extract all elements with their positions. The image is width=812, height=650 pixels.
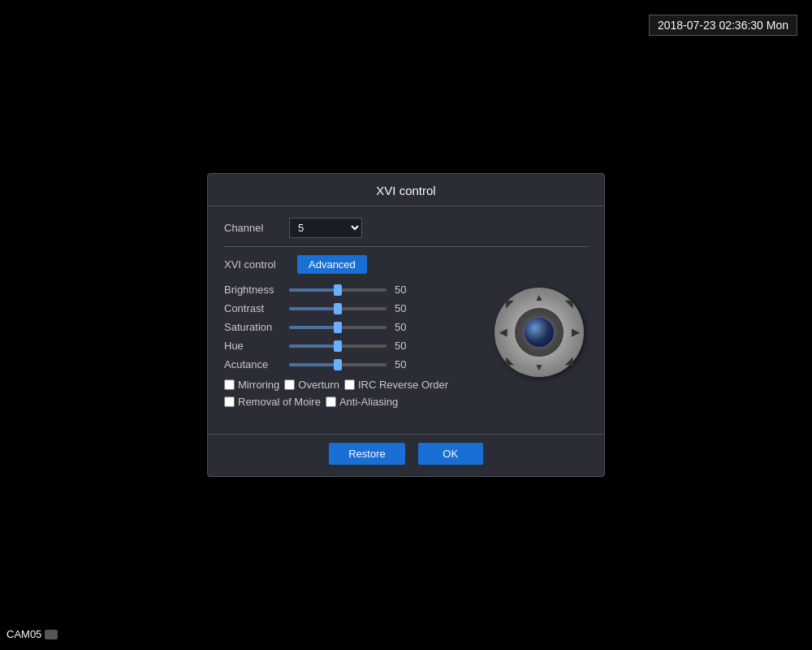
slider-thumb-hue[interactable] — [334, 340, 342, 352]
antialiasing-label: Anti-Aliasing — [339, 396, 398, 408]
checkbox-row-2: Removal of Moire Anti-Aliasing — [224, 396, 482, 408]
camera-lens — [523, 316, 555, 349]
mirroring-label: Mirroring — [238, 379, 279, 391]
dialog-title: XVI control — [208, 174, 604, 206]
slider-row-saturation: Saturation50 — [224, 321, 482, 333]
slider-row-acutance: Acutance50 — [224, 358, 482, 370]
dpad-inner-ring — [515, 308, 564, 357]
advanced-button[interactable]: Advanced — [297, 255, 367, 274]
channel-row: Channel 5 1 2 3 4 — [224, 218, 588, 238]
slider-thumb-saturation[interactable] — [334, 322, 342, 333]
moire-label: Removal of Moire — [238, 396, 321, 408]
slider-thumb-brightness[interactable] — [334, 284, 342, 296]
slider-label-contrast: Contrast — [224, 302, 289, 314]
dialog-overlay: XVI control Channel 5 1 2 3 4 XVI contro… — [0, 0, 812, 650]
dpad-up-arrow[interactable]: ▲ — [534, 292, 544, 302]
xvi-control-row: XVI control Advanced — [224, 255, 588, 274]
slider-row-brightness: Brightness50 — [224, 284, 482, 296]
channel-label: Channel — [224, 222, 289, 234]
main-content: Brightness50Contrast50Saturation50Hue50A… — [224, 284, 588, 413]
moire-checkbox-item[interactable]: Removal of Moire — [224, 396, 321, 408]
overturn-label: Overturn — [298, 379, 339, 391]
checkbox-row-1: Mirroring Overturn IRC Reverse Order — [224, 379, 482, 391]
camera-widget: ▲ ▼ ◀ ▶ ◤ ◥ ◣ ◢ — [490, 284, 588, 381]
dpad-right-arrow[interactable]: ▶ — [572, 327, 579, 337]
restore-button[interactable]: Restore — [329, 443, 405, 465]
sliders-section: Brightness50Contrast50Saturation50Hue50A… — [224, 284, 482, 413]
slider-track-saturation[interactable] — [289, 326, 387, 329]
slider-value-saturation: 50 — [395, 321, 415, 333]
dpad-upright-arrow[interactable]: ◥ — [565, 299, 572, 309]
antialiasing-checkbox-item[interactable]: Anti-Aliasing — [326, 396, 398, 408]
slider-label-brightness: Brightness — [224, 284, 289, 296]
overturn-checkbox-item[interactable]: Overturn — [284, 379, 339, 391]
slider-value-acutance: 50 — [395, 358, 415, 370]
dpad-down-arrow[interactable]: ▼ — [534, 362, 544, 372]
antialiasing-checkbox[interactable] — [326, 396, 336, 407]
irc-reverse-checkbox-item[interactable]: IRC Reverse Order — [344, 379, 448, 391]
mirroring-checkbox[interactable] — [224, 379, 235, 390]
channel-select[interactable]: 5 1 2 3 4 — [289, 218, 362, 238]
dpad: ▲ ▼ ◀ ▶ ◤ ◥ ◣ ◢ — [495, 288, 584, 377]
xvi-control-dialog: XVI control Channel 5 1 2 3 4 XVI contro… — [207, 173, 605, 477]
checkboxes-section: Mirroring Overturn IRC Reverse Order — [224, 379, 482, 408]
slider-track-hue[interactable] — [289, 344, 387, 348]
xvi-control-label: XVI control — [224, 258, 297, 271]
irc-reverse-checkbox[interactable] — [344, 379, 355, 390]
dialog-footer: Restore OK — [208, 434, 604, 476]
dpad-downleft-arrow[interactable]: ◣ — [506, 356, 513, 366]
sliders-container: Brightness50Contrast50Saturation50Hue50A… — [224, 284, 482, 370]
slider-value-hue: 50 — [395, 340, 415, 352]
ok-button[interactable]: OK — [418, 443, 483, 465]
dpad-downright-arrow[interactable]: ◢ — [565, 356, 572, 366]
slider-label-acutance: Acutance — [224, 358, 289, 370]
slider-row-contrast: Contrast50 — [224, 302, 482, 314]
moire-checkbox[interactable] — [224, 396, 235, 407]
slider-value-brightness: 50 — [395, 284, 415, 296]
dpad-upleft-arrow[interactable]: ◤ — [506, 299, 513, 309]
divider — [224, 246, 588, 247]
dialog-body: Channel 5 1 2 3 4 XVI control Advanced — [208, 206, 604, 426]
irc-reverse-label: IRC Reverse Order — [358, 379, 448, 391]
slider-label-hue: Hue — [224, 340, 289, 352]
mirroring-checkbox-item[interactable]: Mirroring — [224, 379, 279, 391]
slider-track-acutance[interactable] — [289, 363, 387, 366]
slider-label-saturation: Saturation — [224, 321, 289, 333]
slider-row-hue: Hue50 — [224, 340, 482, 352]
slider-track-contrast[interactable] — [289, 307, 387, 310]
dpad-left-arrow[interactable]: ◀ — [499, 327, 507, 337]
slider-value-contrast: 50 — [395, 302, 415, 314]
slider-thumb-contrast[interactable] — [334, 303, 342, 314]
slider-thumb-acutance[interactable] — [334, 359, 342, 370]
slider-track-brightness[interactable] — [289, 288, 387, 292]
overturn-checkbox[interactable] — [284, 379, 295, 390]
dpad-outer: ▲ ▼ ◀ ▶ ◤ ◥ ◣ ◢ — [495, 288, 584, 377]
